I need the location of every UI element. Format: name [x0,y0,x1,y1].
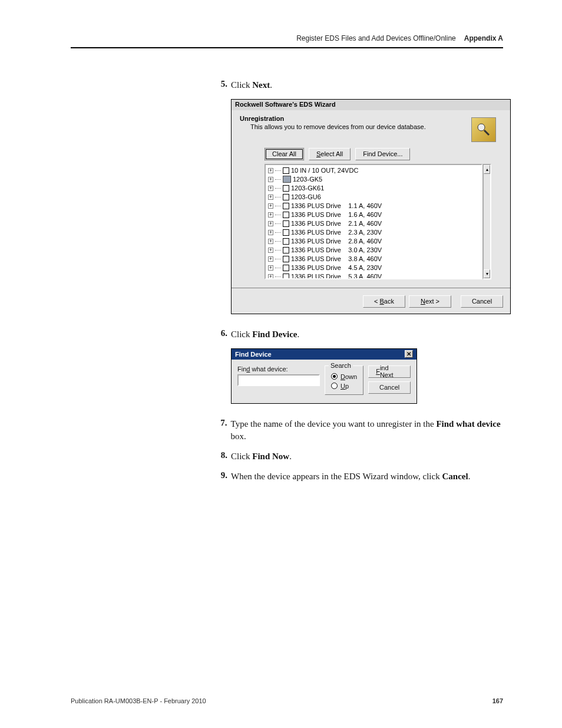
checkbox[interactable] [283,167,289,174]
list-item[interactable]: +1336 PLUS Drive 2.8 A, 460V [268,237,479,246]
back-button[interactable]: < Back< Back [363,295,405,308]
find-device-button[interactable]: Find Device... [355,148,410,160]
label-text: what device: [250,365,287,373]
step-body: Click Next. [231,79,272,92]
select-all-button[interactable]: SSelect Allelect All [309,148,351,160]
expand-icon[interactable]: + [268,203,273,209]
checkbox[interactable] [283,194,289,200]
step-text: . [468,472,471,481]
step-number: 7. [217,418,227,428]
step-text: Click [231,330,252,339]
list-label: 1336 PLUS Drive 4.5 A, 230V [291,264,382,271]
list-item[interactable]: +1336 PLUS Drive 4.5 A, 230V [268,263,479,272]
list-label: 1336 PLUS Drive 1.1 A, 460V [291,202,382,209]
step-body: Click Find Device. [231,328,299,341]
find-what-input[interactable] [237,374,320,386]
content: 5. Click Next. Rockwell Software's EDS W… [217,79,511,483]
dialog-title: Find Device ✕ [232,349,416,360]
list-label: 10 IN / 10 OUT, 24VDC [291,167,358,174]
device-list[interactable]: +10 IN / 10 OUT, 24VDC +1203-GK5 +1203-G… [265,164,482,279]
expand-icon[interactable]: + [268,274,273,279]
step-number: 5. [217,79,227,89]
checkbox[interactable] [283,238,289,245]
expand-icon[interactable]: + [268,256,273,262]
header-section: Register EDS Files and Add Devices Offli… [296,34,456,42]
step-9: 9. When the device appears in the EDS Wi… [217,470,511,483]
checkbox[interactable] [283,274,289,279]
list-item[interactable]: +1336 PLUS Drive 3.0 A, 230V [268,246,479,255]
publication-info: Publication RA-UM003B-EN-P - February 20… [71,697,206,704]
label: ind Next [380,364,403,378]
device-icon [283,176,291,183]
list-item[interactable]: +1336 PLUS Drive 5.3 A, 460V [268,272,479,279]
scroll-up-icon[interactable]: ▴ [484,165,490,174]
find-next-button[interactable]: Find Next [368,365,411,378]
scrollbar[interactable]: ▴ ▾ [482,164,491,279]
wizard-icon [471,117,496,142]
list-label: 1336 PLUS Drive 3.0 A, 230V [291,246,382,253]
list-item[interactable]: +1336 PLUS Drive 2.3 A, 230V [268,228,479,237]
find-device-dialog: Find Device ✕ Find what device: Down [231,348,417,404]
checkbox[interactable] [283,212,289,218]
svg-point-0 [478,124,485,131]
checkbox[interactable] [283,203,289,209]
step-number: 8. [217,450,227,460]
checkbox[interactable] [283,265,289,271]
close-icon[interactable]: ✕ [405,350,413,358]
cancel-button[interactable]: Cancel [461,295,503,308]
radio-down[interactable]: Down [331,372,357,381]
list-item[interactable]: +1203-GK61 [268,184,479,193]
wizard-heading: Unregistration [240,115,502,122]
scroll-down-icon[interactable]: ▾ [484,269,490,278]
checkbox[interactable] [283,256,289,262]
label: < Back [374,298,394,305]
step-text: Click [231,80,252,90]
expand-icon[interactable]: + [268,221,273,226]
page-number: 167 [492,697,503,704]
checkbox[interactable] [283,247,289,253]
step-number: 9. [217,470,227,480]
expand-icon[interactable]: + [268,168,273,173]
step-text: box. [231,431,246,441]
step-text: . [289,452,292,461]
step-body: When the device appears in the EDS Wizar… [231,470,470,483]
radio-icon[interactable] [331,383,338,389]
checkbox[interactable] [283,185,289,192]
expand-icon[interactable]: + [268,195,273,200]
search-group: Down Up [325,365,363,395]
dialog-footer: < Back< Back Next >Next > Cancel [232,289,510,314]
list-item[interactable]: +1336 PLUS Drive 1.6 A, 460V [268,210,479,219]
expand-icon[interactable]: + [268,177,273,182]
expand-icon[interactable]: + [268,248,273,253]
step-6: 6. Click Find Device. [217,328,511,341]
list-item[interactable]: +1336 PLUS Drive 2.1 A, 460V [268,219,479,228]
list-item[interactable]: +1336 PLUS Drive 3.8 A, 460V [268,255,479,263]
step-7: 7. Type the name of the device you want … [217,418,511,444]
clear-all-button[interactable]: Clear All [265,148,304,160]
title-text: Find Device [235,351,272,358]
expand-icon[interactable]: + [268,265,273,271]
list-item[interactable]: +1203-GK5 [268,175,479,184]
list-label: 1336 PLUS Drive 5.3 A, 460V [291,273,382,279]
list-label: 1336 PLUS Drive 2.3 A, 230V [291,229,382,236]
label: Next > [421,298,439,305]
expand-icon[interactable]: + [268,212,273,218]
expand-icon[interactable]: + [268,186,273,191]
radio-label: Up [340,383,349,390]
next-button[interactable]: Next >Next > [409,295,451,308]
find-label: Find what device: [237,365,320,373]
checkbox[interactable] [283,229,289,236]
list-item[interactable]: +1336 PLUS Drive 1.1 A, 460V [268,202,479,210]
radio-up[interactable]: Up [331,381,357,391]
header-rule [71,47,503,48]
list-item[interactable]: +1203-GU6 [268,193,479,202]
checkbox[interactable] [283,220,289,227]
radio-icon[interactable] [331,373,338,380]
list-item[interactable]: +10 IN / 10 OUT, 24VDC [268,166,479,175]
expand-icon[interactable]: + [268,230,273,235]
expand-icon[interactable]: + [268,239,273,244]
list-label: 1336 PLUS Drive 1.6 A, 460V [291,211,382,218]
step-strong: Find Now [252,452,289,461]
cancel-button[interactable]: Cancel [368,381,411,394]
list-label: 1336 PLUS Drive 2.1 A, 460V [291,220,382,227]
